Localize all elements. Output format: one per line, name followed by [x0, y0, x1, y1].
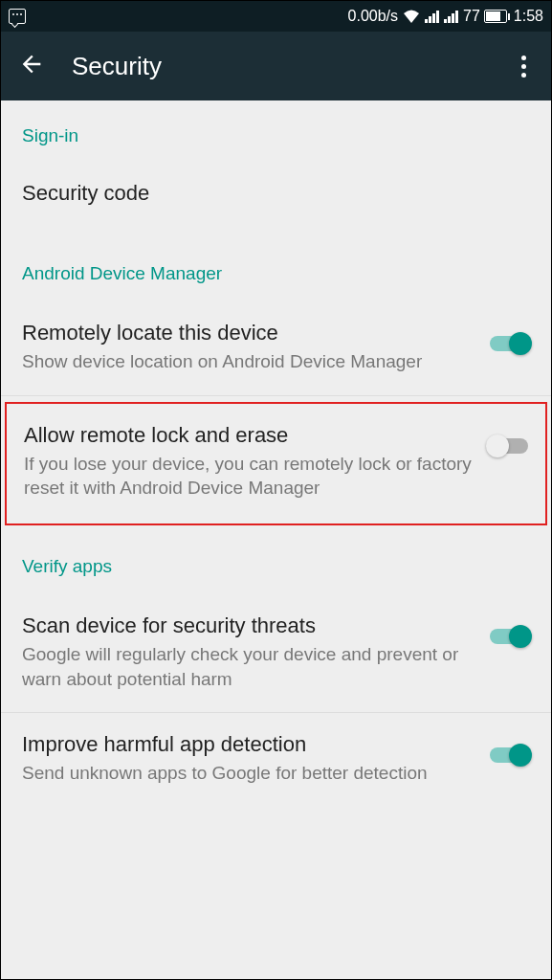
clock-time: 1:58 — [514, 8, 543, 25]
svg-rect-6 — [452, 13, 454, 23]
status-right: 0.00b/s 77 1:58 — [348, 8, 543, 25]
svg-rect-7 — [455, 11, 458, 23]
setting-security-code[interactable]: Security code — [1, 164, 551, 238]
setting-subtitle: Show device location on Android Device M… — [22, 349, 478, 374]
setting-scan-threats[interactable]: Scan device for security threats Google … — [1, 594, 551, 713]
svg-rect-4 — [444, 19, 447, 23]
wifi-icon — [402, 9, 421, 24]
setting-subtitle: Google will regularly check your device … — [22, 642, 478, 691]
message-notification-icon — [9, 9, 26, 24]
toggle-remote-lock-erase[interactable] — [488, 438, 528, 454]
data-rate: 0.00b/s — [348, 8, 398, 25]
svg-rect-0 — [425, 19, 428, 23]
battery-icon — [484, 10, 510, 23]
section-header-verify-apps: Verify apps — [1, 531, 551, 594]
toggle-remotely-locate[interactable] — [490, 336, 530, 351]
setting-remote-lock-erase[interactable]: Allow remote lock and erase If you lose … — [5, 402, 547, 525]
status-bar: 0.00b/s 77 1:58 — [1, 1, 551, 32]
section-header-adm: Android Device Manager — [1, 238, 551, 301]
setting-title: Remotely locate this device — [22, 321, 478, 345]
setting-title: Scan device for security threats — [22, 613, 478, 638]
section-header-signin: Sign-in — [1, 100, 551, 164]
back-button[interactable] — [18, 51, 45, 81]
svg-rect-5 — [448, 16, 451, 23]
page-title: Security — [72, 52, 514, 81]
setting-subtitle: If you lose your device, you can remotel… — [24, 452, 476, 501]
signal-icon-2 — [444, 10, 459, 23]
setting-title: Allow remote lock and erase — [24, 423, 476, 448]
status-left — [9, 9, 26, 24]
setting-subtitle: Send unknown apps to Google for better d… — [22, 761, 478, 786]
setting-title: Improve harmful app detection — [22, 732, 478, 757]
toggle-improve-detection[interactable] — [490, 747, 530, 763]
svg-rect-3 — [436, 11, 439, 23]
toggle-scan-threats[interactable] — [490, 629, 530, 644]
svg-rect-2 — [432, 13, 435, 23]
overflow-menu-button[interactable] — [514, 48, 534, 85]
setting-improve-detection[interactable]: Improve harmful app detection Send unkno… — [1, 713, 551, 807]
signal-icon-1 — [425, 10, 440, 23]
settings-content: Sign-in Security code Android Device Man… — [1, 100, 551, 807]
battery-level: 77 — [463, 8, 480, 25]
setting-remotely-locate[interactable]: Remotely locate this device Show device … — [1, 301, 551, 396]
app-bar: Security — [1, 32, 551, 100]
svg-rect-1 — [429, 16, 431, 23]
setting-title: Security code — [22, 181, 519, 206]
